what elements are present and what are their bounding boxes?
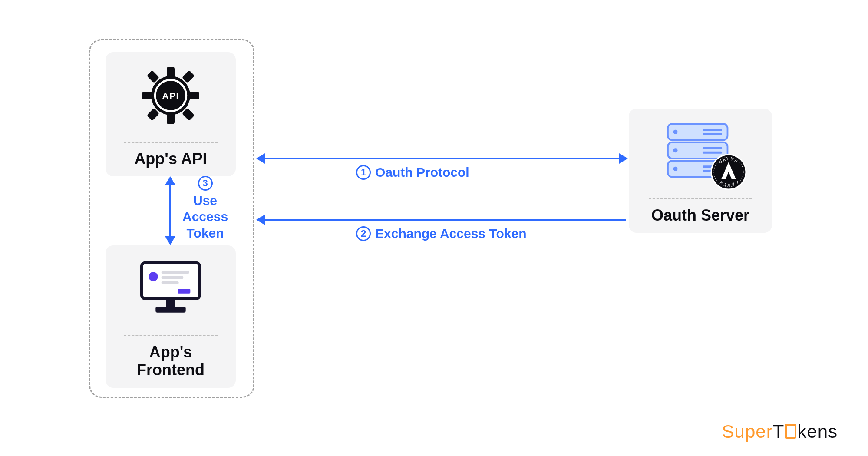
step-number-badge: 1 — [356, 165, 371, 180]
api-gear-icon: API — [138, 52, 203, 139]
svg-rect-26 — [703, 147, 722, 149]
svg-rect-4 — [188, 92, 199, 99]
card-label: Oauth Server — [651, 206, 749, 224]
divider — [124, 335, 218, 336]
step-number-badge: 3 — [198, 176, 213, 191]
svg-rect-12 — [142, 263, 199, 299]
arrow-head-down-icon — [165, 236, 175, 245]
card-app-api: API App's API — [106, 52, 236, 176]
arrow-exchange-token — [264, 219, 626, 221]
svg-rect-16 — [162, 281, 179, 284]
step-number-badge: 2 — [356, 226, 371, 241]
arrow-label-use-access-token: 3 Use Access Token — [182, 174, 228, 241]
oauth-badge-icon: OAUTH OAUTH — [709, 152, 748, 193]
frontend-monitor-icon — [136, 245, 205, 332]
svg-rect-1 — [167, 67, 175, 79]
svg-rect-14 — [162, 271, 189, 274]
svg-point-25 — [673, 148, 678, 152]
logo-part2-post: kens — [797, 421, 838, 442]
arrow-text: Oauth Protocol — [375, 165, 469, 180]
svg-rect-23 — [703, 133, 722, 135]
arrow-label-exchange-token: 2 Exchange Access Token — [356, 226, 527, 241]
arrow-text: Exchange Access Token — [375, 226, 527, 241]
arrow-head-right-icon — [619, 153, 628, 164]
arrow-head-left-icon — [256, 153, 265, 164]
arrow-text: Use Access Token — [182, 192, 228, 241]
svg-rect-18 — [166, 299, 175, 307]
logo-part1: Super — [722, 421, 773, 442]
arrow-head-up-icon — [165, 176, 175, 185]
svg-text:API: API — [162, 91, 179, 101]
svg-rect-2 — [167, 112, 175, 124]
divider — [649, 198, 752, 199]
svg-rect-3 — [142, 92, 154, 99]
svg-point-21 — [673, 130, 678, 134]
svg-rect-22 — [703, 129, 722, 131]
logo-part2-pre: T — [773, 421, 785, 442]
arrow-use-access-token — [169, 184, 171, 237]
card-app-frontend: App's Frontend — [106, 245, 236, 388]
supertokens-logo: SuperTkens — [722, 421, 838, 442]
svg-rect-19 — [155, 307, 185, 312]
divider — [124, 142, 218, 143]
arrow-oauth-protocol — [264, 158, 620, 159]
svg-point-29 — [673, 167, 678, 171]
card-label: App's API — [134, 150, 207, 168]
arrow-label-oauth-protocol: 1 Oauth Protocol — [356, 165, 469, 180]
diagram-stage: API App's API App's Frontend — [0, 0, 868, 456]
svg-rect-15 — [162, 276, 184, 279]
card-oauth-server: OAUTH OAUTH Oauth Server — [629, 109, 772, 233]
oauth-server-icon: OAUTH OAUTH — [657, 109, 744, 195]
logo-o-icon — [785, 424, 796, 439]
card-label: App's Frontend — [137, 343, 205, 379]
arrow-head-left-icon — [256, 215, 265, 225]
svg-point-13 — [149, 272, 158, 281]
svg-rect-17 — [178, 289, 190, 294]
